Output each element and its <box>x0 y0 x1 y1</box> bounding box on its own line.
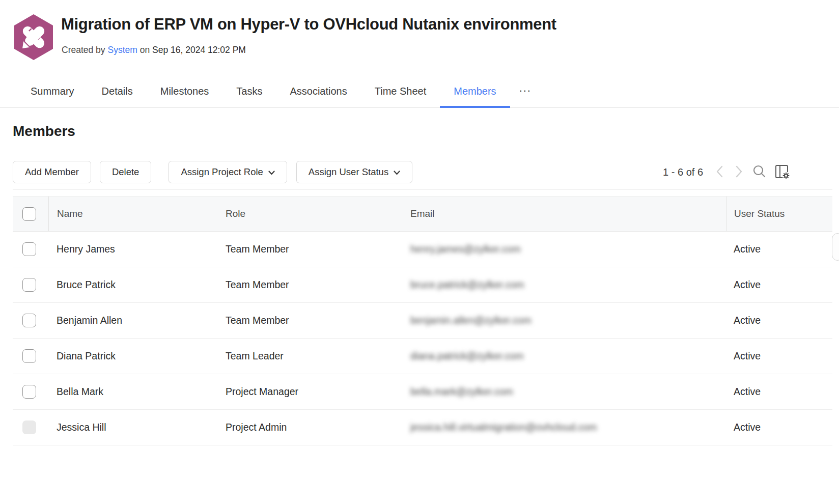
select-all-checkbox[interactable] <box>22 207 36 221</box>
tab-details[interactable]: Details <box>88 76 147 108</box>
created-byline: Created by System on Sep 16, 2024 12:02 … <box>62 45 246 55</box>
member-name: Benjamin Allen <box>48 315 226 326</box>
row-checkbox[interactable] <box>22 385 36 399</box>
column-header-user-status[interactable]: User Status <box>726 197 832 231</box>
assign-user-status-dropdown[interactable]: Assign User Status <box>296 161 412 183</box>
members-heading: Members <box>13 123 75 139</box>
add-member-button[interactable]: Add Member <box>13 161 91 183</box>
prev-page-button[interactable] <box>715 164 725 180</box>
member-name: Henry James <box>48 243 226 255</box>
tab-milestones[interactable]: Milestones <box>147 76 223 108</box>
members-page: Migration of ERP VM on Hyper-V to OVHclo… <box>0 0 839 504</box>
row-checkbox[interactable] <box>22 242 36 256</box>
row-checkbox[interactable] <box>22 349 36 363</box>
table-top-divider <box>13 189 832 190</box>
chevron-down-icon <box>394 166 400 178</box>
member-name: Diana Patrick <box>48 350 226 362</box>
project-icon <box>13 13 54 61</box>
created-by-user-link[interactable]: System <box>107 45 137 55</box>
column-header-name[interactable]: Name <box>48 197 226 231</box>
column-header-role[interactable]: Role <box>226 197 410 231</box>
add-member-label: Add Member <box>25 166 79 178</box>
column-settings-gear-icon <box>775 164 790 181</box>
search-button[interactable] <box>752 164 766 180</box>
member-role: Team Leader <box>226 350 410 362</box>
member-role: Project Manager <box>226 386 410 398</box>
members-toolbar: Add Member Delete Assign Project Role As… <box>13 161 412 183</box>
member-user-status: Active <box>726 315 832 326</box>
member-email-blurred: bella.mark@zylker.com <box>410 386 726 398</box>
member-name: Jessica Hill <box>48 422 226 433</box>
assign-project-role-dropdown[interactable]: Assign Project Role <box>169 161 287 183</box>
row-checkbox-disabled <box>22 421 36 434</box>
delete-button[interactable]: Delete <box>100 161 151 183</box>
created-date: Sep 16, 2024 12:02 PM <box>152 45 246 55</box>
member-role: Project Admin <box>226 422 410 433</box>
chevron-down-icon <box>268 166 275 178</box>
chevron-left-icon <box>715 164 725 180</box>
members-table-body: Henry James Team Member henry.james@zylk… <box>13 232 832 445</box>
delete-label: Delete <box>112 166 139 178</box>
column-header-email[interactable]: Email <box>410 197 726 231</box>
table-row: Benjamin Allen Team Member benjamin.alle… <box>13 303 832 339</box>
member-role: Team Member <box>226 315 410 326</box>
row-checkbox[interactable] <box>22 314 36 327</box>
next-page-button[interactable] <box>734 164 744 180</box>
tab-more-ellipsis[interactable]: ... <box>510 76 541 108</box>
member-name: Bella Mark <box>48 386 226 398</box>
members-table-header: Name Role Email User Status <box>13 196 832 232</box>
chevron-right-icon <box>734 164 744 180</box>
member-role: Team Member <box>226 243 410 255</box>
tab-tasks[interactable]: Tasks <box>222 76 276 108</box>
member-role: Team Member <box>226 279 410 291</box>
member-email-blurred: jessica.hill.virtualmigration@ovhcloud.c… <box>410 422 726 433</box>
member-email-blurred: henry.james@zylker.com <box>410 243 726 255</box>
tab-time-sheet[interactable]: Time Sheet <box>361 76 440 108</box>
row-checkbox[interactable] <box>22 278 36 292</box>
assign-project-role-label: Assign Project Role <box>181 166 263 178</box>
created-on-label: on <box>140 45 150 55</box>
table-row: Jessica Hill Project Admin jessica.hill.… <box>13 410 832 445</box>
table-row: Bruce Patrick Team Member bruce.patrick@… <box>13 267 832 303</box>
created-by-label: Created by <box>62 45 105 55</box>
member-user-status: Active <box>726 279 832 291</box>
member-name: Bruce Patrick <box>48 279 226 291</box>
customize-columns-button[interactable] <box>775 164 790 181</box>
list-tools: 1 - 6 of 6 <box>663 161 790 183</box>
tab-associations[interactable]: Associations <box>276 76 360 108</box>
project-tab-bar: Summary Details Milestones Tasks Associa… <box>0 76 839 108</box>
pagination-range: 1 - 6 of 6 <box>663 166 703 178</box>
member-email-blurred: diana.patrick@zylker.com <box>410 350 726 362</box>
assign-user-status-label: Assign User Status <box>309 166 388 178</box>
tab-members[interactable]: Members <box>440 76 510 108</box>
table-row: Diana Patrick Team Leader diana.patrick@… <box>13 339 832 374</box>
member-user-status: Active <box>726 422 832 433</box>
table-row: Bella Mark Project Manager bella.mark@zy… <box>13 374 832 410</box>
table-row: Henry James Team Member henry.james@zylk… <box>13 232 832 267</box>
member-email-blurred: bruce.patrick@zylker.com <box>410 279 726 291</box>
more-dots-icon: ... <box>519 81 532 95</box>
page-title: Migration of ERP VM on Hyper-V to OVHclo… <box>61 15 774 34</box>
tab-summary[interactable]: Summary <box>17 76 88 108</box>
member-user-status: Active <box>726 243 832 255</box>
vertical-scrollbar-thumb[interactable] <box>832 233 839 261</box>
member-user-status: Active <box>726 350 832 362</box>
member-user-status: Active <box>726 386 832 398</box>
member-email-blurred: benjamin.allen@zylker.com <box>410 315 726 326</box>
search-icon <box>752 164 766 180</box>
